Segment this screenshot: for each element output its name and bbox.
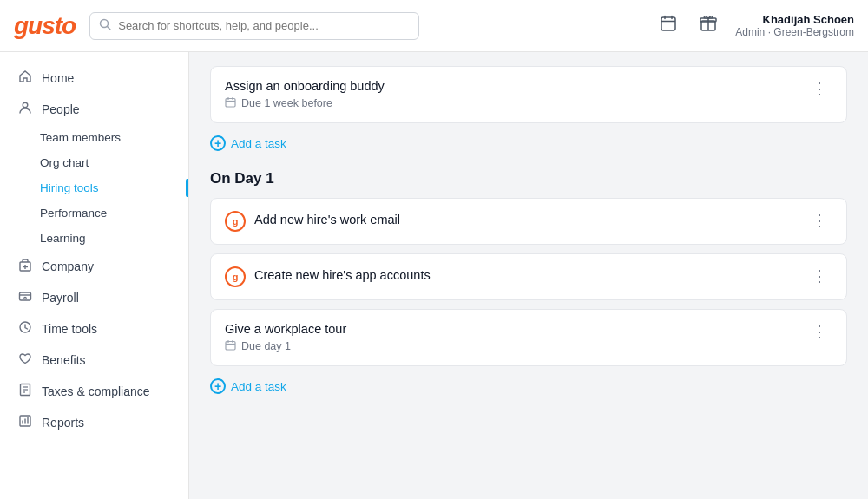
sidebar-item-time-tools[interactable]: Time tools xyxy=(0,313,188,345)
task-more-button-tour[interactable]: ⋮ xyxy=(806,322,832,341)
sidebar-item-org-chart[interactable]: Org chart xyxy=(0,150,188,175)
reports-icon xyxy=(17,414,33,431)
sidebar-item-company-label: Company xyxy=(42,259,94,273)
gusto-g-icon-2: g xyxy=(225,266,246,287)
sidebar-item-benefits[interactable]: Benefits xyxy=(0,345,188,376)
sidebar-item-company[interactable]: Company xyxy=(0,251,188,282)
people-icon xyxy=(17,101,33,118)
svg-rect-29 xyxy=(226,342,235,351)
task-card-title-tour: Give a workplace tour xyxy=(225,322,806,336)
user-name: Khadijah Schoen xyxy=(763,13,854,26)
header: gusto xyxy=(0,0,868,52)
gusto-g-icon-1: g xyxy=(225,211,246,232)
task-card-body-accounts: g Create new hire's app accounts xyxy=(225,266,806,287)
sidebar-item-home[interactable]: Home xyxy=(0,62,188,94)
payroll-icon xyxy=(17,289,33,306)
sidebar-item-performance[interactable]: Performance xyxy=(0,200,188,226)
task-card-onboarding-buddy: Assign an onboarding buddy Due 1 week be… xyxy=(210,66,847,123)
sidebar-item-hiring-tools-label: Hiring tools xyxy=(40,181,99,194)
home-icon xyxy=(17,69,33,87)
task-card-title: Assign an onboarding buddy xyxy=(225,79,806,93)
sidebar-item-reports-label: Reports xyxy=(42,416,84,430)
sidebar-item-hiring-tools[interactable]: Hiring tools xyxy=(0,175,188,200)
task-due-meta: Due 1 week before xyxy=(241,97,332,109)
calendar-meta-icon xyxy=(225,96,236,110)
add-task-circle-icon-day1: + xyxy=(210,378,226,394)
task-card-workplace-tour: Give a workplace tour Due day 1 ⋮ xyxy=(210,309,847,366)
header-icons: Khadijah Schoen Admin · Green-Bergstrom xyxy=(655,10,854,41)
calendar-meta-icon-tour xyxy=(225,339,236,353)
add-task-button-day1[interactable]: + Add a task xyxy=(210,375,286,397)
search-bar[interactable] xyxy=(89,12,419,40)
task-card-body: Assign an onboarding buddy Due 1 week be… xyxy=(225,79,806,110)
search-icon xyxy=(99,18,111,34)
calendar-button[interactable] xyxy=(655,10,681,41)
svg-point-15 xyxy=(24,297,26,299)
header-user: Khadijah Schoen Admin · Green-Bergstrom xyxy=(735,13,854,38)
sidebar-item-org-chart-label: Org chart xyxy=(40,156,89,169)
task-more-button-email[interactable]: ⋮ xyxy=(806,211,832,230)
sidebar: Home People Team members Org chart Hirin… xyxy=(0,52,189,499)
add-task-label-before: Add a task xyxy=(231,137,286,150)
svg-point-9 xyxy=(23,102,28,108)
sidebar-item-home-label: Home xyxy=(42,71,74,85)
sidebar-item-benefits-label: Benefits xyxy=(42,353,86,367)
sidebar-item-performance-label: Performance xyxy=(40,207,107,220)
task-card-body-tour: Give a workplace tour Due day 1 xyxy=(225,322,806,353)
user-role: Admin · Green-Bergstrom xyxy=(735,26,854,38)
logo: gusto xyxy=(14,12,76,40)
sidebar-item-payroll[interactable]: Payroll xyxy=(0,282,188,313)
sidebar-item-time-tools-label: Time tools xyxy=(42,322,97,336)
sidebar-item-reports[interactable]: Reports xyxy=(0,407,188,438)
task-card-meta: Due 1 week before xyxy=(225,96,806,110)
sidebar-item-payroll-label: Payroll xyxy=(42,291,79,305)
add-task-label-day1: Add a task xyxy=(231,380,286,393)
task-card-app-accounts: g Create new hire's app accounts ⋮ xyxy=(210,253,847,300)
task-more-button-1[interactable]: ⋮ xyxy=(806,79,832,98)
svg-rect-25 xyxy=(226,99,235,108)
sidebar-item-team-members-label: Team members xyxy=(40,131,121,144)
sidebar-item-taxes[interactable]: Taxes & compliance xyxy=(0,376,188,407)
sidebar-item-people[interactable]: People xyxy=(0,94,188,125)
task-card-meta-tour: Due day 1 xyxy=(225,339,806,353)
sidebar-item-learning-label: Learning xyxy=(40,232,86,245)
task-card-title-accounts: Create new hire's app accounts xyxy=(254,268,431,282)
company-icon xyxy=(17,258,33,275)
add-task-circle-icon: + xyxy=(210,135,226,151)
svg-rect-2 xyxy=(661,17,675,30)
task-more-button-accounts[interactable]: ⋮ xyxy=(806,266,832,286)
taxes-icon xyxy=(17,383,33,400)
add-task-button-before-day1[interactable]: + Add a task xyxy=(210,132,286,154)
task-due-meta-tour: Due day 1 xyxy=(241,340,291,352)
on-day1-section-title: On Day 1 xyxy=(210,170,847,187)
task-card-body-email: g Add new hire's work email xyxy=(225,211,806,232)
sidebar-item-team-members[interactable]: Team members xyxy=(0,125,188,150)
benefits-icon xyxy=(17,351,33,369)
task-card-title-email: Add new hire's work email xyxy=(254,213,400,227)
svg-line-1 xyxy=(108,26,111,30)
gift-button[interactable] xyxy=(695,10,721,41)
layout: Home People Team members Org chart Hirin… xyxy=(0,52,868,499)
task-card-work-email: g Add new hire's work email ⋮ xyxy=(210,198,847,245)
search-input[interactable] xyxy=(118,19,410,32)
time-icon xyxy=(17,320,33,338)
main-content: Assign an onboarding buddy Due 1 week be… xyxy=(189,52,868,499)
sidebar-item-people-label: People xyxy=(42,102,80,116)
sidebar-item-taxes-label: Taxes & compliance xyxy=(42,384,150,398)
sidebar-item-learning[interactable]: Learning xyxy=(0,226,188,251)
